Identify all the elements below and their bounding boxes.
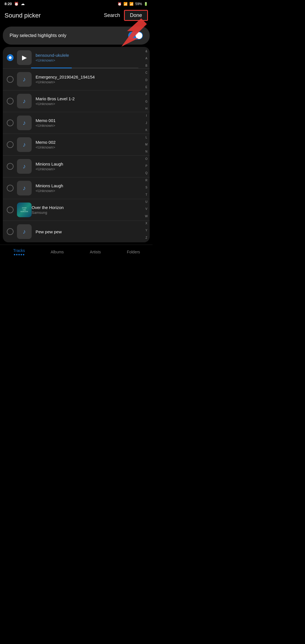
alpha-n[interactable]: N [145, 150, 148, 153]
toggle-switch[interactable] [128, 32, 143, 40]
track-info: Memo 002<Unknown> [36, 140, 138, 149]
progress-bar [31, 68, 138, 68]
alpha-y[interactable]: Y [145, 229, 148, 232]
alarm-icon: ⏰ [14, 2, 19, 6]
radio-button[interactable] [7, 185, 14, 192]
track-item[interactable]: ▶bensound-ukulele<Unknown> [3, 47, 150, 69]
alarm2-icon: ⏰ [117, 2, 122, 6]
toggle-knob [136, 32, 142, 39]
bottom-tabs: Tracks Albums Artists Folders [0, 245, 152, 258]
alpha-r[interactable]: R [145, 179, 148, 182]
status-left: 8:20 ⏰ ☁ [5, 2, 25, 6]
alpha-v[interactable]: V [145, 207, 148, 211]
radio-button[interactable] [7, 206, 14, 213]
app-header: Sound picker Search Done [0, 7, 152, 24]
track-item[interactable]: ♪Pew pew pew [3, 221, 150, 242]
track-info: Minions Laugh<Unknown> [36, 162, 138, 171]
music-note-icon: ♪ [23, 228, 26, 235]
alpha-scroll[interactable]: &ABCDEFGHIJKLMNOPQRSTUVWXYZ [144, 50, 149, 240]
alpha-x[interactable]: X [145, 222, 148, 225]
alpha-u[interactable]: U [145, 200, 148, 204]
track-info: Emergency_20190426_194154<Unknown> [36, 75, 138, 84]
track-name: Minions Laugh [36, 183, 138, 188]
battery-text: 59% [135, 2, 142, 6]
track-artist: <Unknown> [36, 167, 138, 171]
alpha-k[interactable]: K [145, 129, 148, 132]
search-button[interactable]: Search [100, 11, 124, 19]
track-name: Minions Laugh [36, 162, 138, 166]
alpha-d[interactable]: D [145, 79, 148, 82]
track-item[interactable]: OVERTHEHORIZONOver the HorizonSamsung [3, 199, 150, 221]
track-thumbnail: ♪ [17, 224, 32, 239]
track-thumbnail: OVERTHEHORIZON [17, 203, 32, 217]
alpha-c[interactable]: C [145, 71, 148, 75]
music-note-icon: ♪ [23, 97, 26, 105]
alpha-m[interactable]: M [144, 143, 148, 146]
track-item[interactable]: ♪Minions Laugh<Unknown> [3, 156, 150, 177]
radio-inner [9, 56, 12, 59]
radio-button[interactable] [7, 141, 14, 148]
track-artist: <Unknown> [36, 58, 138, 62]
track-thumbnail: ▶ [17, 50, 32, 65]
alpha-t[interactable]: T [145, 193, 148, 197]
alpha-a[interactable]: A [145, 57, 148, 60]
play-icon: ▶ [22, 54, 27, 61]
toggle-label: Play selected highlights only [10, 33, 66, 38]
tab-tracks-label: Tracks [13, 248, 25, 253]
tab-tracks[interactable]: Tracks [0, 248, 38, 255]
radio-button[interactable] [7, 119, 14, 126]
alpha-j[interactable]: J [145, 121, 148, 125]
track-item[interactable]: ♪Memo 001<Unknown> [3, 112, 150, 134]
music-note-icon: ♪ [23, 76, 26, 83]
radio-button[interactable] [7, 163, 14, 170]
alpha-p[interactable]: P [145, 164, 148, 168]
alpha-s[interactable]: S [145, 186, 148, 189]
tab-albums-label: Albums [51, 250, 64, 254]
alpha-b[interactable]: B [145, 64, 148, 68]
alpha-e[interactable]: E [145, 86, 148, 89]
track-info: bensound-ukulele<Unknown> [36, 53, 138, 62]
tab-albums[interactable]: Albums [38, 250, 76, 254]
radio-button[interactable] [7, 228, 14, 235]
track-name: Over the Horizon [32, 205, 138, 210]
alpha-f[interactable]: F [145, 93, 148, 96]
track-list: ▶bensound-ukulele<Unknown>♪Emergency_201… [3, 47, 150, 242]
alpha-q[interactable]: Q [144, 171, 148, 175]
track-item[interactable]: ♪Mario Bros Level 1-2<Unknown> [3, 90, 150, 112]
tab-artists[interactable]: Artists [76, 250, 114, 254]
tab-folders[interactable]: Folders [114, 250, 152, 254]
battery-icon: 🔋 [144, 2, 148, 6]
done-button[interactable]: Done [124, 10, 148, 21]
progress-fill [31, 68, 72, 68]
wifi-icon: 📶 [123, 2, 128, 6]
alpha-w[interactable]: W [144, 215, 149, 218]
track-artist: <Unknown> [36, 80, 138, 84]
radio-button[interactable] [7, 98, 14, 105]
alpha-&[interactable]: & [145, 50, 148, 53]
track-item[interactable]: ♪Emergency_20190426_194154<Unknown> [3, 69, 150, 90]
track-name: Mario Bros Level 1-2 [36, 96, 138, 101]
track-info: Mario Bros Level 1-2<Unknown> [36, 96, 138, 106]
track-item[interactable]: ♪Memo 002<Unknown> [3, 134, 150, 156]
signal-icon: 📶 [129, 2, 134, 6]
alpha-l[interactable]: L [145, 136, 148, 139]
radio-button[interactable] [7, 76, 14, 83]
track-info: Minions Laugh<Unknown> [36, 183, 138, 193]
alpha-o[interactable]: O [144, 157, 148, 161]
track-info: Pew pew pew [36, 229, 138, 234]
track-item[interactable]: ♪Minions Laugh<Unknown> [3, 177, 150, 199]
alpha-i[interactable]: I [145, 114, 148, 118]
alpha-h[interactable]: H [145, 107, 148, 110]
music-note-icon: ♪ [23, 184, 26, 192]
track-artist: <Unknown> [36, 123, 138, 128]
page-title: Sound picker [5, 12, 41, 19]
track-name: Memo 002 [36, 140, 138, 145]
alpha-z[interactable]: Z [145, 236, 148, 240]
track-thumbnail: ♪ [17, 181, 32, 195]
music-note-icon: ♪ [23, 119, 26, 127]
status-time: 8:20 [5, 2, 12, 6]
alpha-g[interactable]: G [144, 100, 148, 103]
track-artist: <Unknown> [36, 189, 138, 193]
radio-button[interactable] [7, 54, 14, 61]
tab-folders-label: Folders [127, 250, 140, 254]
